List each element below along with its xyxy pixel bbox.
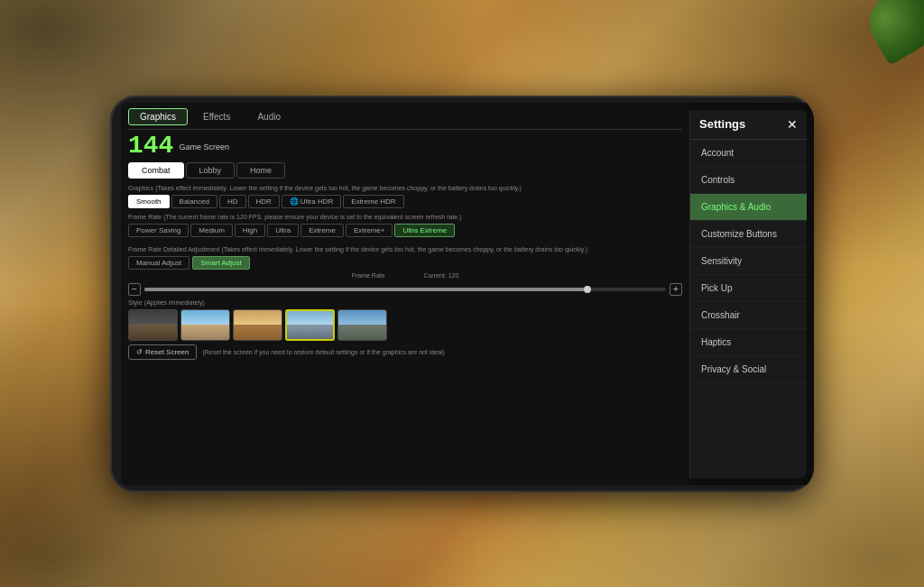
- style-thumb-3[interactable]: [233, 309, 282, 341]
- slider-plus-btn[interactable]: +: [670, 283, 682, 296]
- frame-rate-options: Power Saving Medium High Ultra Extreme E…: [128, 224, 682, 237]
- adjust-buttons: Manual Adjust Smart Adjust: [128, 256, 682, 270]
- frame-rate-detailed-label: Frame Rate Detailed Adjustment (Takes ef…: [128, 245, 682, 253]
- tab-effects[interactable]: Effects: [191, 108, 242, 125]
- frame-rate-detailed-note: (Takes effect immediately. Lower the set…: [221, 246, 587, 252]
- smart-adjust-btn[interactable]: Smart Adjust: [192, 256, 249, 270]
- wood-surface: Graphics Effects Audio 144 Game Screen C…: [0, 0, 924, 587]
- settings-item-pick-up[interactable]: Pick Up: [690, 275, 807, 302]
- mode-tab-lobby[interactable]: Lobby: [186, 162, 236, 179]
- graphics-options-row: Smooth Balanced HD HDR 🌐 Ultra HDR Extre…: [128, 195, 682, 208]
- reset-screen-btn[interactable]: ↺ Reset Screen: [128, 344, 197, 360]
- graphics-note: (Takes effect immediately. Lower the set…: [155, 185, 522, 191]
- opt-ultra[interactable]: Ultra: [267, 224, 299, 237]
- opt-extreme-plus[interactable]: Extreme+: [346, 224, 393, 237]
- reset-icon: ↺: [136, 348, 143, 356]
- slider-thumb[interactable]: [584, 286, 591, 293]
- opt-extreme[interactable]: Extreme: [300, 224, 344, 237]
- screen: Graphics Effects Audio 144 Game Screen C…: [121, 103, 814, 485]
- opt-hdr[interactable]: HDR: [248, 195, 280, 208]
- plant-decoration: [852, 0, 924, 72]
- frame-rate-slider: − +: [128, 283, 682, 296]
- reset-label: Reset Screen: [145, 348, 189, 356]
- opt-ultra-extreme[interactable]: Ultra Extreme: [394, 224, 455, 237]
- manual-adjust-btn[interactable]: Manual Adjust: [128, 256, 189, 270]
- ultra-hdr-icon: 🌐: [290, 197, 299, 206]
- style-label-text: Style: [128, 299, 143, 306]
- settings-item-sensitivity[interactable]: Sensitivity: [690, 248, 807, 275]
- settings-item-account[interactable]: Account: [690, 140, 807, 167]
- style-label: Style (Applies immediately): [128, 298, 682, 307]
- settings-item-controls[interactable]: Controls: [690, 167, 807, 194]
- style-thumb-2[interactable]: [180, 309, 230, 341]
- opt-medium[interactable]: Medium: [190, 224, 232, 237]
- slider-minus-btn[interactable]: −: [128, 283, 141, 296]
- graphics-label-text: Graphics: [128, 185, 153, 191]
- frame-rate-text: Frame Rate: [128, 214, 162, 220]
- tab-graphics[interactable]: Graphics: [128, 108, 188, 125]
- settings-item-graphics-audio[interactable]: Graphics & Audio: [690, 194, 807, 221]
- settings-menu: Account Controls Graphics & Audio Custom…: [690, 140, 807, 478]
- game-panel: Graphics Effects Audio 144 Game Screen C…: [121, 103, 689, 485]
- opt-smooth[interactable]: Smooth: [128, 195, 170, 208]
- style-thumb-5[interactable]: [337, 309, 387, 341]
- settings-header: Settings ✕: [690, 110, 807, 140]
- settings-item-crosshair[interactable]: Crosshair: [690, 302, 807, 329]
- frame-rate-current-value: Current: 120: [423, 272, 458, 279]
- graphics-section-label: Graphics (Takes effect immediately. Lowe…: [128, 184, 682, 192]
- style-section: Style (Applies immediately): [128, 298, 682, 341]
- game-screen-label: Game Screen: [179, 142, 229, 151]
- slider-track[interactable]: [144, 288, 666, 291]
- opt-hd[interactable]: HD: [219, 195, 246, 208]
- mode-tabs: Combat Lobby Home: [128, 162, 682, 179]
- style-thumb-1[interactable]: [128, 309, 178, 341]
- settings-panel: Settings ✕ Account Controls Graphics & A…: [689, 110, 807, 478]
- settings-item-customize-buttons[interactable]: Customize Buttons: [690, 221, 807, 248]
- settings-close-btn[interactable]: ✕: [787, 117, 798, 132]
- style-thumb-4[interactable]: [285, 309, 335, 341]
- opt-ultra-hdr[interactable]: 🌐 Ultra HDR: [282, 195, 341, 208]
- frame-rate-current-label: Frame Rate: [352, 272, 385, 279]
- frame-rate-detailed-text: Frame Rate Detailed Adjustment: [128, 246, 219, 252]
- reset-note: (Reset the screen if you need to restore…: [202, 349, 444, 355]
- style-thumbnails: [128, 309, 682, 341]
- settings-title: Settings: [699, 117, 745, 131]
- frame-rate-current: Frame Rate Current: 120: [128, 272, 682, 279]
- style-note: (Applies immediately): [144, 299, 205, 306]
- mode-tab-combat[interactable]: Combat: [128, 162, 184, 179]
- frame-rate-label: Frame Rate (The current frame rate is 12…: [128, 213, 682, 221]
- mode-tab-home[interactable]: Home: [236, 162, 285, 179]
- frame-rate-note: (The current frame rate is 120 FPS, plea…: [163, 214, 461, 220]
- device: Graphics Effects Audio 144 Game Screen C…: [110, 96, 814, 492]
- reset-row: ↺ Reset Screen (Reset the screen if you …: [128, 344, 682, 360]
- fps-number: 144: [128, 133, 173, 159]
- opt-balanced[interactable]: Balanced: [171, 195, 217, 208]
- opt-power-saving[interactable]: Power Saving: [128, 224, 189, 237]
- settings-item-haptics[interactable]: Haptics: [690, 329, 807, 356]
- frame-rate-section: Frame Rate (The current frame rate is 12…: [128, 213, 682, 242]
- fps-section: 144 Game Screen: [128, 133, 682, 159]
- slider-fill: [144, 288, 587, 291]
- settings-item-privacy-social[interactable]: Privacy & Social: [690, 356, 807, 383]
- opt-high[interactable]: High: [235, 224, 265, 237]
- tab-audio[interactable]: Audio: [245, 108, 292, 125]
- ultra-hdr-label: Ultra HDR: [300, 197, 333, 206]
- top-tabs-bar: Graphics Effects Audio: [128, 108, 682, 130]
- opt-extreme-hdr[interactable]: Extreme HDR: [343, 195, 403, 208]
